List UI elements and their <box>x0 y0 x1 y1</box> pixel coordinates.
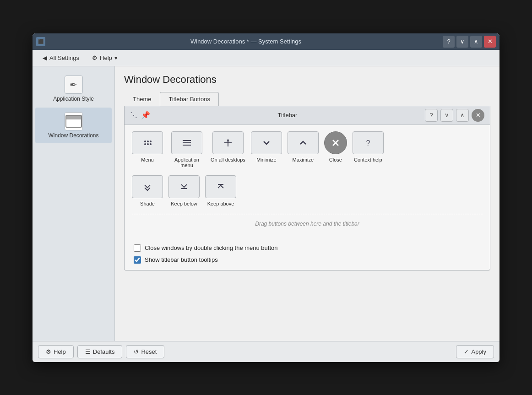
minimize-icon-box <box>251 131 282 154</box>
back-icon: ◀ <box>43 54 47 61</box>
preview-menu-icon[interactable]: ⋱ <box>130 111 137 119</box>
help-bottom-icon: ⚙ <box>46 348 51 355</box>
apply-check-icon: ✓ <box>464 348 469 355</box>
maximize-icon <box>298 138 308 148</box>
sidebar: Application Style Window Decorations <box>33 66 115 341</box>
svg-rect-8 <box>183 145 191 146</box>
buttons-grid-row2: Shade Keep below <box>132 175 483 206</box>
app-icon: ⬛ <box>36 37 45 46</box>
drag-zone-text: Drag buttons between here and the titleb… <box>255 221 359 227</box>
close-icon <box>331 138 340 147</box>
close-double-click-label[interactable]: Close windows by double clicking the men… <box>145 244 278 251</box>
reset-icon: ↺ <box>134 348 139 355</box>
help-dropdown-icon: ▾ <box>114 54 118 61</box>
show-tooltips-label[interactable]: Show titlebar button tooltips <box>145 256 218 263</box>
context-help-icon: ? <box>363 138 373 148</box>
button-label-keep-below: Keep below <box>171 201 197 206</box>
help-toolbar-button[interactable]: ⚙ Help ▾ <box>87 53 122 63</box>
application-menu-icon <box>182 139 192 146</box>
bottom-bar: ⚙ Help ☰ Defaults ↺ Reset ✓ Apply <box>33 341 499 362</box>
preview-minimize-button[interactable]: ∨ <box>440 109 453 122</box>
minimize-titlebar-button[interactable]: ∨ <box>456 36 468 48</box>
checkbox-row-show-tooltips: Show titlebar button tooltips <box>134 256 481 264</box>
checkboxes-area: Close windows by double clicking the men… <box>125 240 490 270</box>
main-panel: Window Decorations Theme Titlebar Button… <box>115 66 499 341</box>
svg-text:?: ? <box>366 139 370 147</box>
titlebar-controls: ? ∨ ∧ ✕ <box>443 36 496 48</box>
checkbox-row-close-double-click: Close windows by double clicking the men… <box>134 244 481 252</box>
sidebar-item-application-style[interactable]: Application Style <box>35 71 112 107</box>
preview-title: Titlebar <box>154 112 421 119</box>
apply-button[interactable]: ✓ Apply <box>456 345 494 358</box>
button-item-menu[interactable]: Menu <box>132 131 163 168</box>
app-style-preview <box>65 78 82 91</box>
close-titlebar-button[interactable]: ✕ <box>484 36 496 48</box>
main-window: ⬛ Window Decorations * — System Settings… <box>33 33 499 362</box>
application-style-icon <box>65 76 83 94</box>
button-label-application-menu: Application menu <box>168 157 205 168</box>
keep-below-icon <box>179 182 189 192</box>
svg-rect-6 <box>183 140 191 141</box>
back-button[interactable]: ◀ All Settings <box>38 53 84 63</box>
button-label-keep-above: Keep above <box>207 201 234 206</box>
button-item-shade[interactable]: Shade <box>132 175 163 206</box>
preview-close-button[interactable]: ✕ <box>472 109 484 122</box>
buttons-area: Menu Application menu <box>125 125 490 240</box>
keep-above-icon <box>216 182 226 192</box>
all-settings-label: All Settings <box>49 54 79 61</box>
window-decorations-icon <box>65 112 83 130</box>
titlebar: ⬛ Window Decorations * — System Settings… <box>33 33 499 50</box>
button-item-context-help[interactable]: ? Context help <box>353 131 384 168</box>
svg-point-0 <box>144 141 146 142</box>
window-title: Window Decorations * — System Settings <box>49 38 443 45</box>
svg-rect-7 <box>183 142 191 143</box>
keep-below-icon-box <box>168 175 200 198</box>
button-label-on-all-desktops: On all desktops <box>211 157 245 162</box>
button-label-maximize: Maximize <box>293 157 314 162</box>
button-item-maximize[interactable]: Maximize <box>288 131 319 168</box>
page-title: Window Decorations <box>124 74 490 86</box>
defaults-label: Defaults <box>93 348 115 355</box>
button-item-keep-above[interactable]: Keep above <box>205 175 236 206</box>
sidebar-item-window-decorations[interactable]: Window Decorations <box>35 108 112 143</box>
button-label-shade: Shade <box>140 201 155 206</box>
button-item-on-all-desktops[interactable]: On all desktops <box>211 131 245 168</box>
help-bottom-button[interactable]: ⚙ Help <box>38 345 74 358</box>
titlebar-preview: ⋱ 📌 Titlebar ? ∨ ∧ ✕ <box>125 106 490 125</box>
sidebar-item-label-window-decorations: Window Decorations <box>48 132 98 139</box>
defaults-button[interactable]: ☰ Defaults <box>77 345 123 358</box>
menu-icon-box <box>132 131 163 154</box>
tabs: Theme Titlebar Buttons <box>124 92 490 106</box>
shade-icon <box>142 182 152 192</box>
show-tooltips-checkbox[interactable] <box>134 256 141 264</box>
button-label-menu: Menu <box>141 157 154 162</box>
defaults-icon: ☰ <box>85 348 91 355</box>
close-double-click-checkbox[interactable] <box>134 244 141 252</box>
button-item-minimize[interactable]: Minimize <box>251 131 282 168</box>
button-item-close[interactable]: Close <box>324 131 347 168</box>
buttons-grid-row1: Menu Application menu <box>132 131 483 168</box>
tab-titlebar-buttons[interactable]: Titlebar Buttons <box>160 92 219 106</box>
help-titlebar-button[interactable]: ? <box>443 36 455 48</box>
preview-pin-icon[interactable]: 📌 <box>141 111 150 119</box>
button-label-close: Close <box>329 157 342 162</box>
toolbar: ◀ All Settings ⚙ Help ▾ <box>33 50 499 66</box>
reset-button[interactable]: ↺ Reset <box>126 345 164 358</box>
content-area: Application Style Window Decorations Win… <box>33 66 499 341</box>
help-icon: ⚙ <box>92 54 98 61</box>
maximize-titlebar-button[interactable]: ∧ <box>470 36 482 48</box>
application-menu-icon-box <box>171 131 202 154</box>
button-item-application-menu[interactable]: Application menu <box>168 131 205 168</box>
svg-point-5 <box>150 143 152 145</box>
button-item-keep-below[interactable]: Keep below <box>168 175 200 206</box>
close-icon-box <box>324 131 347 154</box>
svg-marker-11 <box>227 139 229 141</box>
preview-help-button[interactable]: ? <box>425 109 438 122</box>
button-label-minimize: Minimize <box>256 157 276 162</box>
svg-point-3 <box>144 143 146 145</box>
context-help-icon-box: ? <box>353 131 384 154</box>
button-label-context-help: Context help <box>354 157 382 162</box>
on-all-desktops-icon-box <box>212 131 244 154</box>
tab-theme[interactable]: Theme <box>124 92 160 106</box>
preview-maximize-button[interactable]: ∧ <box>456 109 469 122</box>
